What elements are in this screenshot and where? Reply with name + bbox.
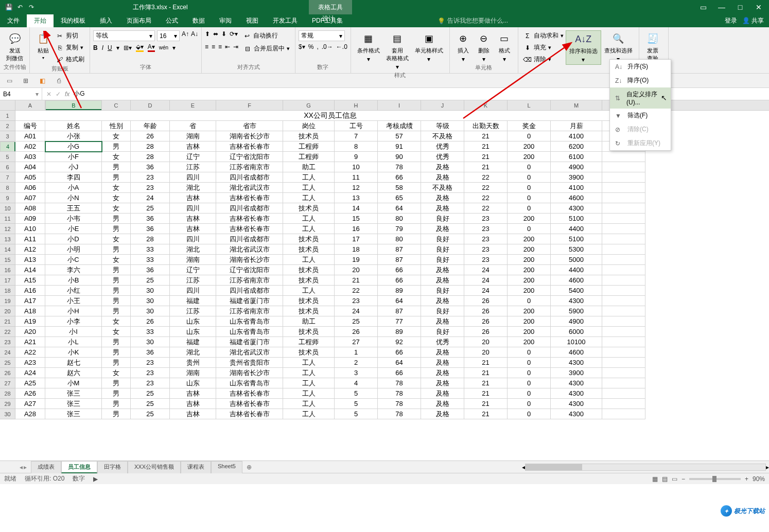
- cell[interactable]: 66: [378, 275, 421, 286]
- cell[interactable]: 22: [335, 286, 378, 296]
- cell[interactable]: 男: [102, 378, 131, 388]
- cell[interactable]: 200: [508, 337, 551, 347]
- cell[interactable]: 57: [378, 131, 421, 141]
- row-header[interactable]: 6: [0, 162, 15, 172]
- cell[interactable]: 14: [335, 203, 378, 214]
- tool-icon-2[interactable]: ⊞: [21, 76, 31, 86]
- cell[interactable]: 5300: [551, 244, 602, 255]
- cell[interactable]: 技术员: [283, 306, 335, 316]
- cell[interactable]: 女: [102, 193, 131, 203]
- cell[interactable]: A17: [15, 296, 45, 306]
- cell[interactable]: 山东: [170, 316, 216, 327]
- align-top-icon[interactable]: ⬆: [205, 30, 210, 41]
- cell[interactable]: 及格: [421, 162, 464, 172]
- cell[interactable]: 4400: [551, 224, 602, 234]
- cell[interactable]: 工号: [335, 121, 378, 131]
- cell[interactable]: 优秀: [421, 152, 464, 162]
- cut-button[interactable]: ✂剪切: [54, 30, 86, 41]
- cell[interactable]: 小L: [45, 337, 102, 347]
- cell[interactable]: A18: [15, 306, 45, 316]
- cell[interactable]: 赵七: [45, 358, 102, 368]
- cell[interactable]: 28: [131, 152, 170, 162]
- cell[interactable]: 26: [131, 131, 170, 141]
- cell[interactable]: 23: [131, 183, 170, 193]
- cell[interactable]: 33: [131, 255, 170, 265]
- cell[interactable]: 及格: [421, 275, 464, 286]
- cell[interactable]: 21: [464, 368, 508, 378]
- cell[interactable]: 吉林省长春市: [216, 388, 283, 399]
- cell[interactable]: 年龄: [131, 121, 170, 131]
- cell[interactable]: 小王: [45, 296, 102, 306]
- row-header[interactable]: 23: [0, 337, 15, 347]
- decrease-font-icon[interactable]: A↓: [191, 30, 198, 41]
- cell[interactable]: [602, 286, 645, 296]
- cell[interactable]: 优秀: [421, 337, 464, 347]
- cell[interactable]: 22: [464, 193, 508, 203]
- cell[interactable]: 23: [131, 172, 170, 183]
- tab-design[interactable]: 设计: [309, 14, 348, 23]
- cell[interactable]: 0: [508, 296, 551, 306]
- cell[interactable]: 23: [464, 244, 508, 255]
- cell[interactable]: 小M: [45, 378, 102, 388]
- cell[interactable]: 0: [508, 378, 551, 388]
- cell[interactable]: 22: [464, 183, 508, 193]
- cell[interactable]: 3900: [551, 368, 602, 378]
- select-all-corner[interactable]: [0, 100, 15, 110]
- italic-button[interactable]: I: [102, 44, 103, 51]
- worksheet-grid[interactable]: ABCDEFGHIJKLMN 1XX公司员工信息2编号姓名性别年龄省省市岗位工号…: [0, 100, 769, 460]
- cell[interactable]: 24: [335, 306, 378, 316]
- cell[interactable]: 贵州省贵阳市: [216, 358, 283, 368]
- cell[interactable]: 4300: [551, 203, 602, 214]
- cell[interactable]: 技术员: [283, 203, 335, 214]
- cell[interactable]: 23: [464, 224, 508, 234]
- cell[interactable]: 24: [464, 286, 508, 296]
- cell[interactable]: 男: [102, 244, 131, 255]
- inc-decimal-icon[interactable]: .0→: [322, 43, 333, 50]
- row-header[interactable]: 30: [0, 409, 15, 419]
- cell[interactable]: 四川省成都市: [216, 286, 283, 296]
- cell[interactable]: 良好: [421, 255, 464, 265]
- cell[interactable]: 25: [131, 399, 170, 409]
- cell[interactable]: 男: [102, 358, 131, 368]
- tool-icon-4[interactable]: ⎙: [54, 76, 64, 86]
- cell[interactable]: [602, 265, 645, 275]
- cell[interactable]: 及格: [421, 296, 464, 306]
- cell[interactable]: 及格: [421, 409, 464, 419]
- add-sheet-button[interactable]: ⊕: [242, 464, 256, 471]
- cell[interactable]: 工人: [283, 286, 335, 296]
- cell[interactable]: 11: [335, 172, 378, 183]
- fill-button[interactable]: ⬇填充 ▾: [521, 42, 566, 53]
- cell[interactable]: 工程师: [283, 337, 335, 347]
- cell[interactable]: 工人: [283, 214, 335, 224]
- cell[interactable]: 小H: [45, 306, 102, 316]
- cell[interactable]: 技术员: [283, 244, 335, 255]
- tab-developer[interactable]: 开发工具: [266, 14, 305, 27]
- cell[interactable]: 工人: [283, 388, 335, 399]
- cell[interactable]: 6200: [551, 141, 602, 152]
- cell[interactable]: [602, 162, 645, 172]
- cond-format-button[interactable]: ▦条件格式▾: [354, 30, 383, 64]
- cell[interactable]: A09: [15, 214, 45, 224]
- cell[interactable]: 四川省成都市: [216, 203, 283, 214]
- cell[interactable]: 23: [464, 214, 508, 224]
- cell[interactable]: 及格: [421, 358, 464, 368]
- zoom-level[interactable]: 90%: [753, 475, 765, 483]
- cell[interactable]: 33: [131, 327, 170, 337]
- cell[interactable]: 12: [335, 183, 378, 193]
- cell[interactable]: 5: [335, 388, 378, 399]
- maximize-icon[interactable]: □: [733, 0, 747, 14]
- cell[interactable]: 女: [102, 234, 131, 244]
- cell[interactable]: 吉林: [170, 224, 216, 234]
- cell[interactable]: [602, 234, 645, 244]
- cell[interactable]: 不及格: [421, 183, 464, 193]
- cell[interactable]: 25: [131, 409, 170, 419]
- cell[interactable]: 36: [131, 224, 170, 234]
- cell[interactable]: 工人: [283, 378, 335, 388]
- cell[interactable]: 山东省青岛市: [216, 378, 283, 388]
- cell[interactable]: 出勤天数: [464, 121, 508, 131]
- cell-style-button[interactable]: ▣单元格样式▾: [412, 30, 446, 64]
- column-header-F[interactable]: F: [216, 100, 283, 110]
- cell[interactable]: 省市: [216, 121, 283, 131]
- cell[interactable]: 江苏省南京市: [216, 162, 283, 172]
- column-header-D[interactable]: D: [131, 100, 170, 110]
